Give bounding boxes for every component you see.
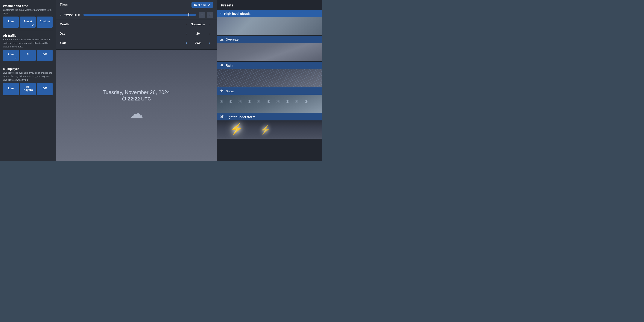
preset-thunder-bar: ⛈ Light thunderstorm bbox=[217, 113, 322, 120]
air-traffic-section: Air traffic Air and marine traffic speci… bbox=[3, 34, 52, 61]
weather-section: Weather and time Customize the exact wea… bbox=[3, 4, 52, 28]
overcast-icon: ☁ bbox=[220, 37, 224, 42]
day-label: Day bbox=[60, 32, 77, 35]
weather-preset-button[interactable]: Preset bbox=[20, 16, 36, 28]
year-label: Year bbox=[60, 41, 77, 44]
year-nav: ‹ 2024 › bbox=[183, 40, 213, 46]
preset-rain-thumb bbox=[217, 69, 322, 87]
day-next-button[interactable]: › bbox=[207, 31, 213, 36]
preset-rain-bar: 🌧 Rain bbox=[217, 62, 322, 69]
year-prev-button[interactable]: ‹ bbox=[183, 40, 189, 46]
weather-btn-group: Live Preset Custom bbox=[3, 16, 52, 28]
separator-2 bbox=[3, 64, 52, 64]
high-clouds-icon: ≈ bbox=[220, 12, 222, 16]
air-desc: Air and marine traffic specifics such as… bbox=[3, 38, 52, 48]
cloud-icon: ☁ bbox=[130, 106, 143, 122]
month-nav: ‹ November › bbox=[183, 22, 213, 27]
preset-snow-label: Snow bbox=[226, 89, 234, 93]
multiplayer-section: Multiplayer Live players is available if… bbox=[3, 67, 52, 96]
preset-high-clouds-bar: ≈ High level clouds bbox=[217, 10, 322, 17]
clock-icon: ⏱ bbox=[60, 13, 63, 16]
preset-overcast-bar: ☁ Overcast bbox=[217, 36, 322, 43]
month-prev-button[interactable]: ‹ bbox=[183, 22, 189, 27]
day-prev-button[interactable]: ‹ bbox=[183, 31, 189, 36]
preset-high-clouds[interactable]: ≈ High level clouds bbox=[217, 10, 322, 36]
preset-overcast-thumb bbox=[217, 43, 322, 62]
weather-title: Weather and time bbox=[3, 4, 52, 8]
air-ai-button[interactable]: AI bbox=[20, 50, 36, 61]
time-slider-thumb bbox=[188, 13, 189, 16]
day-row: Day ‹ 26 › bbox=[60, 29, 213, 38]
snow-icon: 🌨 bbox=[220, 89, 224, 93]
real-time-label: Real time bbox=[194, 4, 206, 7]
real-time-button[interactable]: Real time ✓ bbox=[192, 2, 213, 8]
air-btn-group: Live AI Off bbox=[3, 50, 52, 61]
air-live-button[interactable]: Live bbox=[3, 50, 19, 61]
center-main: Tuesday, November 26, 2024 ⏱ 22:22 UTC ☁ bbox=[56, 50, 217, 161]
center-panel: Time Real time ✓ ⏱ 22:22 UTC − + Month ‹… bbox=[56, 0, 217, 161]
preset-thunder-label: Light thunderstorm bbox=[226, 115, 255, 119]
day-nav: ‹ 26 › bbox=[183, 31, 213, 36]
presets-title: Presets bbox=[217, 0, 322, 10]
utc-time-value: 22:22 UTC bbox=[64, 13, 80, 17]
preset-snow[interactable]: 🌨 Snow bbox=[217, 87, 322, 113]
date-display: Tuesday, November 26, 2024 bbox=[102, 89, 170, 95]
weather-custom-button[interactable]: Custom bbox=[37, 16, 52, 28]
preset-overcast[interactable]: ☁ Overcast bbox=[217, 36, 322, 62]
day-value: 26 bbox=[190, 32, 207, 35]
preset-thunder[interactable]: ⛈ Light thunderstorm bbox=[217, 113, 322, 139]
preset-snow-bar: 🌨 Snow bbox=[217, 87, 322, 95]
multi-off-button[interactable]: Off bbox=[37, 83, 52, 95]
multi-all-button[interactable]: All Players bbox=[20, 83, 36, 95]
multi-live-button[interactable]: Live bbox=[3, 83, 19, 95]
utc-time-row: ⏱ 22:22 UTC − + bbox=[56, 10, 217, 20]
year-row: Year ‹ 2024 › bbox=[60, 38, 213, 47]
air-off-button[interactable]: Off bbox=[37, 50, 52, 61]
month-value: November bbox=[190, 22, 207, 26]
time-display: ⏱ 22:22 UTC bbox=[122, 96, 151, 102]
preset-rain-label: Rain bbox=[226, 64, 233, 67]
preset-high-clouds-label: High level clouds bbox=[224, 12, 250, 16]
preset-snow-thumb bbox=[217, 95, 322, 113]
time-slider[interactable] bbox=[84, 14, 196, 16]
multiplayer-desc: Live players is available if you don't c… bbox=[3, 71, 52, 82]
year-next-button[interactable]: › bbox=[207, 40, 213, 46]
date-table: Month ‹ November › Day ‹ 26 › Year ‹ 202… bbox=[56, 20, 217, 50]
time-bar: Time Real time ✓ bbox=[56, 0, 217, 10]
thunder-icon: ⛈ bbox=[220, 115, 224, 119]
month-next-button[interactable]: › bbox=[207, 22, 213, 27]
preset-overcast-label: Overcast bbox=[226, 38, 239, 41]
weather-desc: Customize the exact weather parameters f… bbox=[3, 8, 52, 15]
right-panel: Presets ≈ High level clouds ☁ Overcast 🌧… bbox=[217, 0, 322, 161]
rain-icon: 🌧 bbox=[220, 63, 224, 67]
preset-rain[interactable]: 🌧 Rain bbox=[217, 62, 322, 87]
preset-high-clouds-thumb bbox=[217, 17, 322, 36]
time-minus-button[interactable]: − bbox=[199, 12, 205, 18]
left-panel: Weather and time Customize the exact wea… bbox=[0, 0, 56, 161]
separator-1 bbox=[3, 31, 52, 31]
time-plus-button[interactable]: + bbox=[207, 12, 213, 18]
air-title: Air traffic bbox=[3, 34, 52, 37]
month-row: Month ‹ November › bbox=[60, 20, 213, 29]
time-label: Time bbox=[60, 3, 68, 7]
weather-live-button[interactable]: Live bbox=[3, 16, 19, 28]
preset-thunder-thumb bbox=[217, 120, 322, 139]
multi-btn-group: Live All Players Off bbox=[3, 83, 52, 95]
multiplayer-title: Multiplayer bbox=[3, 67, 52, 71]
check-icon: ✓ bbox=[208, 3, 210, 7]
year-value: 2024 bbox=[190, 41, 207, 44]
month-label: Month bbox=[60, 22, 77, 26]
